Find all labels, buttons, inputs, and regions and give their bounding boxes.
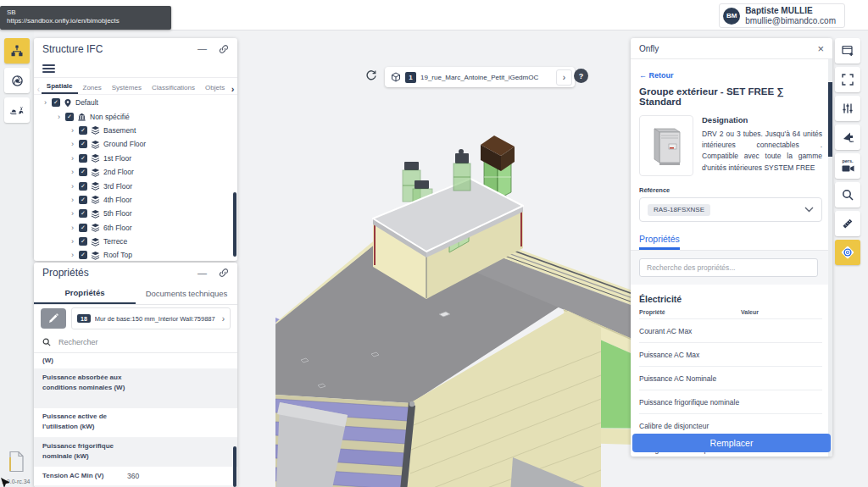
collapse-icon[interactable]: — — [198, 268, 207, 278]
user-menu[interactable]: BM Baptiste MULLIE bmullie@bimandco.com — [719, 3, 845, 28]
tree-item-2nd-floor[interactable]: › ✓ 2nd Floor — [34, 165, 237, 179]
tree-item-default[interactable]: › ✓ Default — [34, 96, 237, 109]
measure-button[interactable] — [835, 211, 860, 236]
back-link[interactable]: ← Retour — [639, 71, 674, 80]
checkbox[interactable]: ✓ — [79, 168, 87, 176]
new-window-button[interactable] — [835, 38, 860, 64]
checkbox[interactable]: ✓ — [79, 224, 87, 232]
close-icon[interactable]: × — [817, 43, 824, 54]
column-value: Valeur — [741, 309, 759, 315]
sleigh-tool-button[interactable] — [4, 97, 30, 123]
tab-zones[interactable]: Zones — [78, 81, 107, 94]
chevron-right-icon[interactable]: › — [41, 98, 50, 107]
tabs-scroll-left-icon[interactable]: ‹ — [36, 85, 42, 94]
pin-icon — [64, 98, 72, 108]
checkbox[interactable]: ✓ — [79, 140, 87, 148]
scrollbar-thumb[interactable] — [828, 82, 832, 157]
chevron-right-icon[interactable]: › — [68, 251, 77, 259]
checkbox[interactable]: ✓ — [79, 126, 87, 135]
tree-item-ground-floor[interactable]: › ✓ Ground Floor — [34, 137, 237, 151]
chevron-down-icon — [804, 207, 814, 213]
product-properties-search-input[interactable] — [639, 258, 818, 277]
chevron-right-icon[interactable]: › — [222, 314, 225, 324]
chevron-right-icon[interactable]: › — [54, 113, 64, 121]
tree-item-6th-floor[interactable]: › ✓ 6th Floor — [34, 221, 237, 235]
chevron-right-icon[interactable]: › — [68, 196, 77, 204]
link-icon[interactable] — [219, 268, 229, 278]
checkbox[interactable]: ✓ — [79, 237, 87, 246]
tab-documents-techniques[interactable]: Documents techniques — [136, 283, 237, 304]
checkbox[interactable]: ✓ — [79, 209, 87, 218]
replace-button[interactable]: Remplacer — [632, 434, 831, 452]
tree-item-non-specifie[interactable]: › ✓ Non spécifié — [34, 109, 237, 123]
chevron-right-icon[interactable]: › — [68, 126, 77, 135]
table-header: Propriété Valeur — [639, 309, 822, 315]
checkbox[interactable]: ✓ — [79, 251, 87, 259]
tab-spatiale[interactable]: Spatiale — [42, 80, 78, 94]
tab-systemes[interactable]: Systèmes — [107, 81, 147, 94]
structure-tool-button[interactable] — [4, 38, 30, 64]
tree-item-5th-floor[interactable]: › ✓ 5th Floor — [34, 207, 237, 220]
tree-item-4th-floor[interactable]: › ✓ 4th Floor — [34, 193, 237, 207]
checkbox[interactable]: ✓ — [79, 154, 87, 163]
tab-objets[interactable]: Objets — [200, 81, 230, 94]
layers-icon — [91, 237, 100, 246]
selected-element[interactable]: 18 Mur de base:150 mm_Interior Wall:7598… — [71, 307, 231, 329]
property-row[interactable]: Tension AC Min (V) 360 — [34, 467, 237, 486]
column-property: Propriété — [639, 309, 741, 315]
reference-select[interactable]: RAS-18FSXNSE — [639, 197, 822, 222]
tree-item-terrece[interactable]: › ✓ Terrece — [34, 235, 237, 248]
shutter-tool-button[interactable] — [4, 68, 30, 93]
property-row[interactable]: Puissance absorbée aux conditions nomina… — [34, 369, 237, 408]
bim-object-button[interactable] — [835, 240, 860, 265]
tree-item-roof-top[interactable]: › ✓ Roof Top — [34, 248, 237, 261]
property-row[interactable]: Puissance frigorifique nominale (kW) — [34, 438, 237, 467]
tree-item-label: Basement — [103, 126, 136, 135]
refresh-icon[interactable] — [364, 69, 380, 84]
tree-item-basement[interactable]: › ✓ Basement — [34, 124, 237, 137]
chevron-right-icon[interactable]: › — [68, 154, 77, 163]
edit-button[interactable] — [41, 308, 66, 329]
tabs-scroll-right-icon[interactable]: › — [230, 84, 236, 94]
model-selector[interactable]: 1 19_rue_Marc_Antoine_Petit_iGedmOC › — [385, 67, 575, 87]
scrollbar-track[interactable] — [828, 59, 832, 457]
chevron-right-icon[interactable]: › — [68, 237, 77, 246]
collapse-icon[interactable]: — — [198, 44, 207, 53]
tab-proprietes[interactable]: Propriétés — [34, 283, 136, 304]
product-property-row[interactable]: Puissance AC Max — [639, 342, 822, 366]
view-cube[interactable]: TOP TOP — [861, 474, 868, 487]
chevron-right-icon[interactable]: › — [68, 182, 77, 191]
property-row[interactable]: Puissance active de l'utilisation (kW) — [34, 408, 237, 438]
chevron-right-icon[interactable]: › — [68, 168, 77, 176]
product-property-row[interactable]: Courant AC Max — [639, 318, 822, 342]
tab-classifications[interactable]: Classifications — [147, 81, 200, 94]
chevron-right-icon[interactable]: › — [68, 224, 77, 232]
product-property-row[interactable]: Puissance AC Nominale — [639, 366, 822, 390]
chevron-right-icon[interactable]: › — [68, 140, 77, 148]
selection-label: Mur de base:150 mm_Interior Wall:759887 — [95, 315, 218, 323]
chevron-right-icon[interactable]: › — [68, 209, 77, 218]
fly-to-button[interactable] — [835, 125, 860, 150]
scrollbar[interactable] — [233, 192, 236, 257]
tree-item-3rd-floor[interactable]: › ✓ 3rd Floor — [34, 179, 237, 192]
checkbox[interactable]: ✓ — [52, 98, 60, 107]
help-button[interactable]: ? — [574, 69, 588, 83]
checkbox[interactable]: ✓ — [79, 196, 87, 204]
fullscreen-button[interactable] — [835, 67, 860, 92]
menu-icon[interactable] — [34, 59, 237, 77]
link-icon[interactable] — [219, 44, 229, 54]
model-next-button[interactable]: › — [556, 69, 572, 86]
perspective-camera-button[interactable]: pers. — [835, 153, 860, 179]
reference-chip: RAS-18FSXNSE — [648, 204, 710, 216]
checkbox[interactable]: ✓ — [79, 182, 87, 191]
hierarchy-icon — [10, 44, 24, 58]
scrollbar[interactable] — [233, 446, 236, 487]
tree-item-1st-floor[interactable]: › ✓ 1st Floor — [34, 152, 237, 165]
tab-product-proprietes[interactable]: Propriétés — [639, 234, 680, 250]
search-button[interactable] — [835, 182, 860, 208]
properties-search-input[interactable] — [57, 337, 229, 347]
filters-button[interactable] — [835, 96, 860, 121]
checkbox[interactable]: ✓ — [65, 113, 74, 121]
product-property-row[interactable]: Puissance frigorifique nominale — [639, 390, 822, 413]
property-row[interactable]: (W) — [34, 353, 237, 369]
